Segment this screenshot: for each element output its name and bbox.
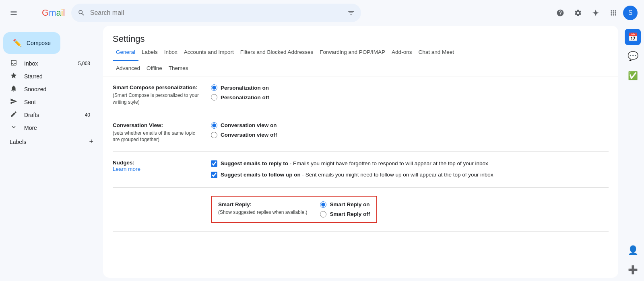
tab-forwarding[interactable]: Forwarding and POP/IMAP [316,44,388,61]
sidebar-item-sent[interactable]: Sent [0,96,97,109]
starred-label: Starred [24,73,43,80]
settings-tabs: General Labels Inbox Accounts and Import… [103,44,618,61]
conversation-on-label: Conversation view on [221,122,277,128]
nudge-followup-text: Suggest emails to follow up on - Sent em… [221,171,493,179]
smart-reply-on-label: Smart Reply on [330,201,369,207]
nudges-control: Suggest emails to reply to - Emails you … [211,160,493,179]
smart-reply-on-option[interactable]: Smart Reply on [320,201,370,208]
sidebar-item-snoozed[interactable]: Snoozed [0,83,97,96]
setting-smart-compose: Smart Compose personalization: (Smart Co… [113,76,609,114]
expand-icon[interactable]: ➕ [625,262,641,278]
conversation-title: Conversation View: [113,122,201,128]
conversation-on-option[interactable]: Conversation view on [211,122,277,129]
personalization-off-radio[interactable] [211,94,217,101]
sidebar-item-starred[interactable]: Starred [0,70,97,83]
topbar-right: S [552,5,638,21]
tab-advanced[interactable]: Advanced [113,61,143,76]
more-icon [10,123,18,132]
smart-reply-off-radio[interactable] [320,211,326,217]
nudge-followup-checkbox[interactable] [211,172,217,178]
compose-icon: ✏️ [13,39,22,47]
personalization-on-label: Personalization on [221,85,269,91]
compose-button[interactable]: ✏️ Compose [3,32,60,54]
drafts-label: Drafts [24,112,39,118]
starred-icon [10,72,18,81]
sidebar: ✏️ Compose Inbox 5,003 Starred Snoozed [0,26,103,281]
setting-nudges: Nudges: Learn more Suggest emails to rep… [113,152,609,188]
search-bar[interactable] [71,4,361,22]
tab-offline[interactable]: Offline [143,61,165,76]
compose-label: Compose [27,40,51,46]
drafts-badge: 40 [85,112,90,118]
smart-reply-container: Smart Reply: (Show suggested replies whe… [211,196,377,223]
conversation-label: Conversation View: (sets whether emails … [113,122,201,144]
labels-add-button[interactable]: + [89,137,93,146]
tasks-icon[interactable]: ✅ [625,68,641,84]
snoozed-icon [10,85,18,94]
personalization-off-option[interactable]: Personalization off [211,94,269,101]
avatar[interactable]: S [623,6,638,20]
smart-compose-label: Smart Compose personalization: (Smart Co… [113,84,201,106]
tab-labels[interactable]: Labels [138,44,161,61]
smart-reply-control: Smart Reply on Smart Reply off [320,201,370,217]
inbox-label: Inbox [24,60,38,67]
gemini-button[interactable] [588,5,604,21]
inbox-icon [10,59,18,68]
setting-conversation-view: Conversation View: (sets whether emails … [113,114,609,152]
tab-chat[interactable]: Chat and Meet [415,44,457,61]
conversation-off-label: Conversation view off [221,132,277,138]
help-button[interactable] [552,5,568,21]
nudge-reply-option[interactable]: Suggest emails to reply to - Emails you … [211,160,493,168]
nudges-learn-more[interactable]: Learn more [113,166,140,172]
search-filter-icon[interactable] [347,9,355,17]
tab-addons[interactable]: Add-ons [388,44,415,61]
sent-icon [10,98,18,107]
nudges-label: Nudges: Learn more [113,160,201,172]
tab-inbox[interactable]: Inbox [161,44,181,61]
personalization-on-radio[interactable] [211,84,217,91]
inbox-badge: 5,003 [78,61,90,66]
more-label: More [24,125,37,131]
sent-label: Sent [24,99,36,105]
smart-reply-title: Smart Reply: [218,201,307,207]
conversation-off-radio[interactable] [211,132,217,138]
conversation-control: Conversation view on Conversation view o… [211,122,277,138]
search-input[interactable] [90,9,343,16]
chat-icon[interactable]: 💬 [625,48,641,64]
calendar-icon[interactable]: 📅 [625,29,641,45]
settings-button[interactable] [570,5,586,21]
sidebar-item-more[interactable]: More [0,121,97,134]
settings-title: Settings [103,26,618,44]
smart-compose-title: Smart Compose personalization: [113,84,201,90]
menu-icon[interactable] [6,6,21,20]
conversation-desc: (sets whether emails of the same topic a… [113,130,201,144]
setting-smart-reply: Smart Reply: (Show suggested replies whe… [113,188,609,232]
conversation-off-option[interactable]: Conversation view off [211,132,277,138]
tab-filters[interactable]: Filters and Blocked Addresses [237,44,317,61]
tab-general[interactable]: General [113,44,138,61]
conversation-on-radio[interactable] [211,122,217,129]
apps-button[interactable] [605,5,621,21]
tab-accounts[interactable]: Accounts and Import [181,44,237,61]
search-icon [78,9,85,17]
nudge-followup-option[interactable]: Suggest emails to follow up on - Sent em… [211,171,493,179]
smart-reply-on-radio[interactable] [320,201,326,208]
tab-themes[interactable]: Themes [165,61,192,76]
contact-icon[interactable]: 👤 [625,242,641,258]
settings-tabs2: Advanced Offline Themes [103,61,618,76]
personalization-on-option[interactable]: Personalization on [211,84,269,91]
drafts-icon [10,111,18,119]
snoozed-label: Snoozed [24,86,46,92]
smart-reply-inner: Smart Reply: (Show suggested replies whe… [218,201,370,217]
sidebar-item-drafts[interactable]: Drafts 40 [0,109,97,121]
topbar: Gmail S [0,0,644,26]
personalization-off-label: Personalization off [221,94,269,101]
smart-reply-off-option[interactable]: Smart Reply off [320,211,370,217]
smart-reply-off-label: Smart Reply off [330,211,370,217]
sidebar-item-inbox[interactable]: Inbox 5,003 [0,57,97,70]
smart-compose-control: Personalization on Personalization off [211,84,269,101]
nudges-title: Nudges: [113,160,201,166]
labels-header: Labels + [0,134,103,148]
nudge-reply-checkbox[interactable] [211,160,217,167]
right-sidebar: 📅 💬 ✅ 👤 ➕ [621,26,644,281]
